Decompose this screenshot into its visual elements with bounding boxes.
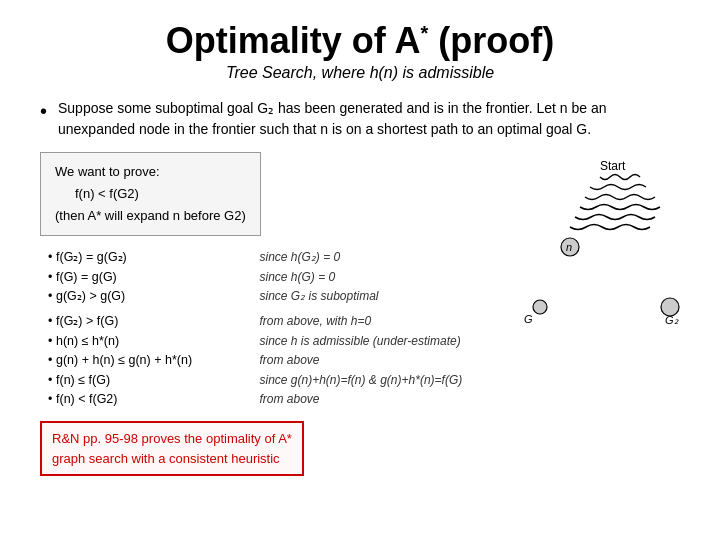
sub-bullet-h-admissible: • h(n) ≤ h*(n) since h is admissible (un…: [40, 332, 480, 351]
slide-title: Optimality of A* (proof): [40, 20, 680, 62]
left-content: We want to prove: f(n) < f(G2) (then A* …: [40, 152, 480, 476]
svg-text:G₂: G₂: [665, 314, 679, 326]
sub-bullet-fn-fg: • f(n) ≤ f(G) since g(n)+h(n)=f(n) & g(n…: [40, 371, 480, 390]
sub-bullet-g2-f: • f(G₂) = g(G₂) since h(G₂) = 0: [40, 248, 480, 267]
g-node: [533, 300, 547, 314]
sub-bullet-fg2-fg: • f(G₂) > f(G) from above, with h=0: [40, 312, 480, 331]
proof-box: We want to prove: f(n) < f(G2) (then A* …: [40, 152, 261, 236]
sub-bullets-group1: • f(G₂) = g(G₂) since h(G₂) = 0 • f(G) =…: [40, 248, 480, 306]
slide-subtitle: Tree Search, where h(n) is admissible: [40, 64, 680, 82]
main-bullet: • Suppose some suboptimal goal G₂ has be…: [40, 98, 680, 140]
graph-svg: Start n G G₂: [470, 152, 680, 362]
slide: Optimality of A* (proof) Tree Search, wh…: [0, 0, 720, 540]
sub-bullets-group2: • f(G₂) > f(G) from above, with h=0 • h(…: [40, 312, 480, 409]
content-area: We want to prove: f(n) < f(G2) (then A* …: [40, 152, 680, 476]
sub-bullet-g2-suboptimal: • g(G₂) > g(G) since G₂ is suboptimal: [40, 287, 480, 306]
sub-bullet-gn-hn: • g(n) + h(n) ≤ g(n) + h*(n) from above: [40, 351, 480, 370]
start-label: Start: [600, 159, 626, 173]
svg-text:n: n: [566, 241, 572, 253]
sub-bullet-fn-fg2: • f(n) < f(G2) from above: [40, 390, 480, 409]
sub-bullet-g-f: • f(G) = g(G) since h(G) = 0: [40, 268, 480, 287]
bullet-dot: •: [40, 98, 58, 140]
graph-area: Start n G G₂: [480, 152, 680, 352]
rnb-reference-box: R&N pp. 95-98 proves the optimality of A…: [40, 421, 304, 476]
svg-text:G: G: [524, 313, 533, 325]
